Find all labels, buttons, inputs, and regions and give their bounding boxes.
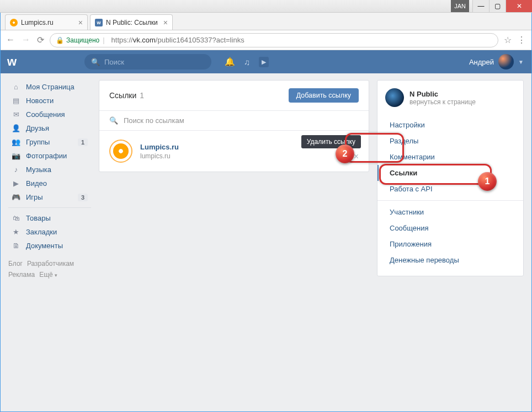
menu-sections[interactable]: Разделы xyxy=(377,133,523,149)
vk-header-icons: 🔔 ♫ ▶ xyxy=(225,57,269,67)
tab-title: Lumpics.ru xyxy=(21,19,54,26)
nav-back-icon[interactable]: ← xyxy=(6,35,15,45)
menu-settings[interactable]: Настройки xyxy=(377,117,523,133)
tab-title: N Public: Ссылки xyxy=(106,19,158,26)
search-placeholder: Поиск по ссылкам xyxy=(124,116,184,125)
menu-apps[interactable]: Приложения xyxy=(377,236,523,252)
nav-controls: ← → ⟳ xyxy=(6,35,44,45)
badge-count: 1 xyxy=(78,138,88,146)
vk-logo-icon[interactable]: w xyxy=(7,55,84,69)
nav-photos[interactable]: 📷Фотографии xyxy=(8,149,91,163)
browser-tabbar: Lumpics.ru × w N Public: Ссылки × xyxy=(1,13,531,30)
annotation-bubble-1: 1 xyxy=(478,172,497,191)
nav-forward-icon[interactable]: → xyxy=(22,35,30,45)
links-search-input[interactable]: 🔍 Поиск по ссылкам xyxy=(99,111,369,131)
nav-videos[interactable]: ▶Видео xyxy=(8,176,91,190)
group-panel: N Public вернуться к странице Настройки … xyxy=(377,80,524,276)
window-maximize[interactable]: ▢ xyxy=(489,0,506,12)
music-icon[interactable]: ♫ xyxy=(244,57,250,67)
browser-menu-icon[interactable]: ⋮ xyxy=(517,35,526,45)
annotation-bubble-2: 2 xyxy=(336,145,354,163)
panel-head: Ссылки1 Добавить ссылку xyxy=(99,81,369,111)
chevron-down-icon: ▾ xyxy=(55,272,57,278)
favicon-lumpics-icon xyxy=(10,19,18,26)
delete-tooltip: Удалить ссылку xyxy=(301,135,361,148)
nav-games[interactable]: 🎮Игры3 xyxy=(8,190,91,204)
search-placeholder: Поиск xyxy=(104,58,124,66)
main-column: Ссылки1 Добавить ссылку 🔍 Поиск по ссылк… xyxy=(99,80,369,405)
vk-header: w 🔍 Поиск 🔔 ♫ ▶ Андрей ▼ xyxy=(1,50,531,73)
panel-title: Ссылки1 xyxy=(109,91,144,100)
menu-members[interactable]: Участники xyxy=(377,204,523,220)
address-field[interactable]: 🔒 Защищено | https://vk.com/public164105… xyxy=(50,33,498,47)
group-name: N Public xyxy=(409,90,476,98)
footer-links: БлогРазработчикам РекламаЕщё ▾ xyxy=(8,258,91,281)
nav-my-page[interactable]: ⌂Моя Страница xyxy=(8,80,91,94)
music-nav-icon: ♪ xyxy=(12,165,20,174)
nav-market[interactable]: 🛍Товары xyxy=(8,211,91,225)
window-minimize[interactable]: — xyxy=(472,0,489,12)
bookmarks-icon: ★ xyxy=(12,228,20,236)
user-name: Андрей xyxy=(469,58,494,66)
nav-messages[interactable]: ✉Сообщения xyxy=(8,108,91,121)
browser-tab-lumpics[interactable]: Lumpics.ru × xyxy=(5,14,88,30)
secure-badge: 🔒 Защищено xyxy=(56,36,99,44)
nav-music[interactable]: ♪Музыка xyxy=(8,163,91,176)
group-back-link[interactable]: вернуться к странице xyxy=(409,98,476,106)
footer-blog[interactable]: Блог xyxy=(8,260,23,267)
jan-badge: JAN xyxy=(451,0,469,12)
nav-groups[interactable]: 👥Группы1 xyxy=(8,135,91,149)
browser-frame: Lumpics.ru × w N Public: Ссылки × ← → ⟳ … xyxy=(0,13,532,412)
vk-user-menu[interactable]: Андрей ▼ xyxy=(469,54,531,69)
bookmark-star-icon[interactable]: ☆ xyxy=(504,35,512,45)
menu-links[interactable]: Ссылки xyxy=(377,165,523,181)
notifications-icon[interactable]: 🔔 xyxy=(225,57,235,67)
menu-money-transfers[interactable]: Денежные переводы xyxy=(377,252,523,268)
link-avatar[interactable] xyxy=(109,140,132,163)
add-link-button[interactable]: Добавить ссылку xyxy=(289,88,359,103)
window-close[interactable]: ✕ xyxy=(506,0,532,12)
search-icon: 🔍 xyxy=(109,116,118,125)
left-nav: ⌂Моя Страница ▤Новости ✉Сообщения 👤Друзь… xyxy=(8,80,91,405)
group-head[interactable]: N Public вернуться к странице xyxy=(377,81,523,115)
nav-friends[interactable]: 👤Друзья xyxy=(8,121,91,135)
close-tab-icon[interactable]: × xyxy=(160,18,168,27)
vk-app: w 🔍 Поиск 🔔 ♫ ▶ Андрей ▼ ⌂Моя Страница ▤… xyxy=(1,50,531,411)
chevron-down-icon: ▼ xyxy=(518,59,524,65)
user-avatar xyxy=(498,54,514,69)
menu-separator xyxy=(377,200,523,201)
home-icon: ⌂ xyxy=(12,83,20,91)
menu-comments[interactable]: Комментарии xyxy=(377,149,523,165)
url-text: https://vk.com/public164105337?act=links xyxy=(111,36,244,44)
friends-icon: 👤 xyxy=(12,124,20,132)
footer-ads[interactable]: Реклама xyxy=(8,271,35,279)
menu-api[interactable]: Работа с API xyxy=(377,181,523,197)
links-count: 1 xyxy=(140,91,144,100)
favicon-vk-icon: w xyxy=(95,19,103,26)
secure-label: Защищено xyxy=(66,36,99,44)
nav-news[interactable]: ▤Новости xyxy=(8,94,91,108)
photos-icon: 📷 xyxy=(12,152,20,160)
window-titlebar: JAN — ▢ ✕ xyxy=(0,0,532,13)
lock-icon: 🔒 xyxy=(56,36,64,44)
badge-count: 3 xyxy=(78,194,88,201)
search-icon: 🔍 xyxy=(91,58,100,66)
close-tab-icon[interactable]: × xyxy=(75,18,83,27)
links-panel: Ссылки1 Добавить ссылку 🔍 Поиск по ссылк… xyxy=(99,80,369,172)
documents-icon: 🗎 xyxy=(12,242,20,250)
nav-bookmarks[interactable]: ★Закладки xyxy=(8,225,91,239)
footer-devs[interactable]: Разработчикам xyxy=(27,260,74,267)
link-row: Lumpics.ru lumpics.ru Удалить ссылку × xyxy=(99,131,369,172)
menu-group-messages[interactable]: Сообщения xyxy=(377,220,523,236)
footer-more[interactable]: Ещё ▾ xyxy=(39,271,57,279)
group-avatar xyxy=(385,88,404,107)
nav-documents[interactable]: 🗎Документы xyxy=(8,239,91,253)
vk-body: ⌂Моя Страница ▤Новости ✉Сообщения 👤Друзь… xyxy=(1,73,531,411)
browser-addrbar: ← → ⟳ 🔒 Защищено | https://vk.com/public… xyxy=(1,30,531,50)
vk-search-input[interactable]: 🔍 Поиск xyxy=(84,54,211,69)
browser-tab-vk[interactable]: w N Public: Ссылки × xyxy=(90,14,173,30)
nav-reload-icon[interactable]: ⟳ xyxy=(37,35,44,45)
nav-separator xyxy=(8,207,91,208)
play-icon[interactable]: ▶ xyxy=(259,57,269,67)
settings-menu: Настройки Разделы Комментарии Ссылки Раб… xyxy=(377,115,523,276)
